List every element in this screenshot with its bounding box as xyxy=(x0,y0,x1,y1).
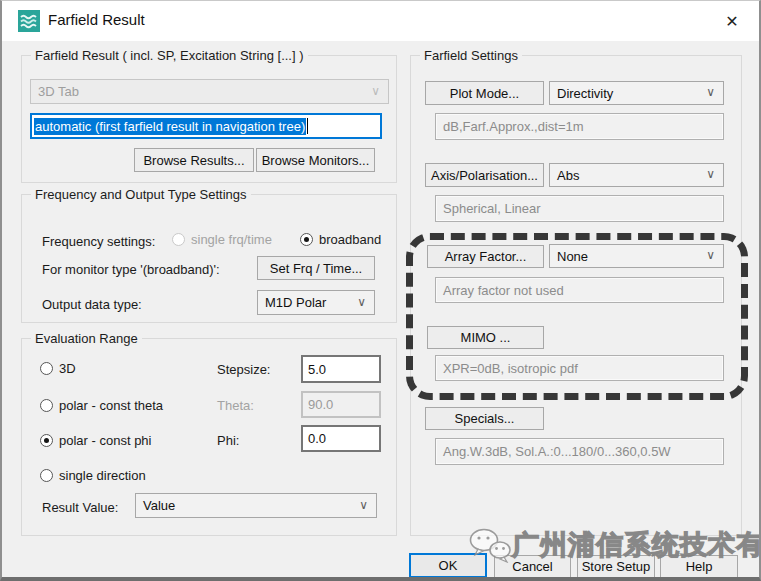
radio-icon[interactable] xyxy=(40,362,53,375)
evaluation-group-title: Evaluation Range xyxy=(31,331,142,346)
radio-polar-const-theta[interactable]: polar - const theta xyxy=(40,398,163,413)
chevron-down-icon: ∨ xyxy=(706,248,715,262)
radio-icon xyxy=(172,233,185,246)
radio-3d[interactable]: 3D xyxy=(40,361,76,376)
output-data-type-select[interactable]: M1D Polar ∨ xyxy=(257,290,375,315)
cancel-button[interactable]: Cancel xyxy=(494,555,571,578)
radio-icon[interactable] xyxy=(300,233,313,246)
browse-monitors-button[interactable]: Browse Monitors... xyxy=(256,148,375,172)
radio-polar-const-phi[interactable]: polar - const phi xyxy=(40,433,152,448)
chevron-down-icon: ∨ xyxy=(357,295,366,309)
text-caret xyxy=(307,118,308,134)
frequency-settings-label: Frequency settings: xyxy=(42,234,155,249)
axis-polarisation-select[interactable]: Abs ∨ xyxy=(549,163,724,187)
chevron-down-icon: ∨ xyxy=(371,84,380,98)
array-factor-info-field: Array factor not used xyxy=(435,277,724,303)
chevron-down-icon: ∨ xyxy=(706,85,715,99)
farfield-result-dialog: Farfield Result ✕ Farfield Result ( incl… xyxy=(0,0,761,581)
output-data-type-label: Output data type: xyxy=(42,297,142,312)
axis-polarisation-button[interactable]: Axis/Polarisation... xyxy=(425,163,544,187)
browse-results-button[interactable]: Browse Results... xyxy=(134,148,254,172)
array-factor-button[interactable]: Array Factor... xyxy=(427,245,544,268)
mimo-button[interactable]: MIMO ... xyxy=(427,326,544,349)
radio-single-direction[interactable]: single direction xyxy=(40,468,146,483)
farfield-settings-group-title: Farfield Settings xyxy=(420,48,522,63)
phi-input[interactable]: 0.0 xyxy=(301,425,381,452)
radio-icon[interactable] xyxy=(40,469,53,482)
array-factor-select[interactable]: None ∨ xyxy=(549,244,724,268)
set-frq-time-button[interactable]: Set Frq / Time... xyxy=(257,256,375,280)
help-button[interactable]: Help xyxy=(660,555,738,578)
radio-broadband[interactable]: broadband xyxy=(300,232,381,247)
specials-info-field: Ang.W.3dB, Sol.A.:0...180/0...360,0.5W xyxy=(435,438,724,465)
close-icon[interactable]: ✕ xyxy=(717,9,747,35)
monitor-type-label: For monitor type '(broadband)': xyxy=(42,262,220,277)
chevron-down-icon: ∨ xyxy=(359,498,368,512)
plot-mode-button[interactable]: Plot Mode... xyxy=(425,81,544,105)
stepsize-label: Stepsize: xyxy=(217,362,270,377)
theta-input: 90.0 xyxy=(301,391,381,418)
result-value-select[interactable]: Value ∨ xyxy=(135,493,377,518)
plot-mode-select[interactable]: Directivity ∨ xyxy=(549,81,724,105)
ok-button[interactable]: OK xyxy=(409,553,487,578)
title-bar: Farfield Result ✕ xyxy=(2,1,759,41)
store-setup-button[interactable]: Store Setup xyxy=(577,555,655,578)
chevron-down-icon: ∨ xyxy=(706,167,715,181)
radio-icon[interactable] xyxy=(40,399,53,412)
stepsize-input[interactable]: 5.0 xyxy=(301,355,381,383)
axis-info-field: Spherical, Linear xyxy=(435,195,724,222)
result-value-label: Result Value: xyxy=(42,500,118,515)
radio-icon[interactable] xyxy=(40,434,53,447)
theta-label: Theta: xyxy=(217,398,254,413)
specials-button[interactable]: Specials... xyxy=(425,407,544,430)
plot-mode-info-field: dB,Farf.Approx.,dist=1m xyxy=(435,113,724,140)
app-waves-icon xyxy=(18,10,40,32)
mimo-info-field: XPR=0dB, isotropic pdf xyxy=(435,355,724,381)
phi-label: Phi: xyxy=(217,433,239,448)
farfield-result-group-title: Farfield Result ( incl. SP, Excitation S… xyxy=(31,48,308,63)
dialog-title: Farfield Result xyxy=(48,11,145,28)
result-name-input[interactable]: automatic (first farfield result in navi… xyxy=(30,113,382,139)
selected-text: automatic (first farfield result in navi… xyxy=(34,118,306,135)
radio-single-frq-time: single frq/time xyxy=(172,232,272,247)
tab-select: 3D Tab ∨ xyxy=(30,79,389,104)
frequency-group-title: Frequency and Output Type Settings xyxy=(31,187,251,202)
